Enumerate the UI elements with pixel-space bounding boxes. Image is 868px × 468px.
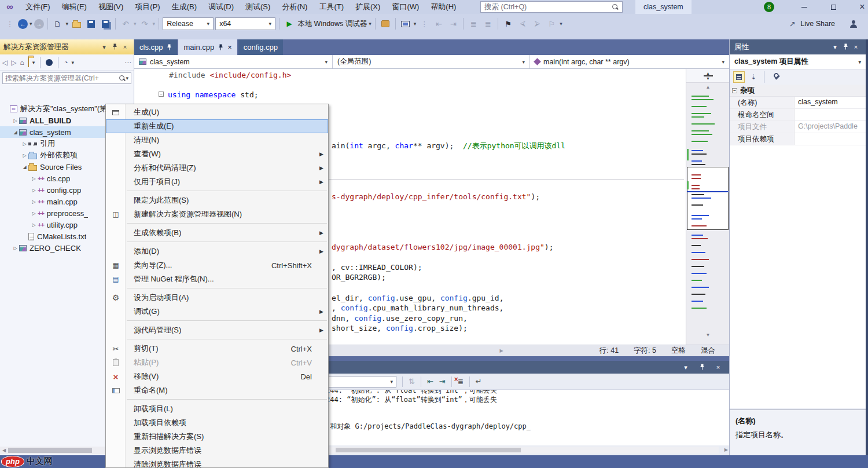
context-menu-item[interactable]: 调试(G)▶ [106, 305, 328, 319]
context-menu-item[interactable]: 重命名(M) [106, 383, 328, 397]
context-menu-item[interactable]: 卸载项目(L) [106, 402, 328, 416]
context-menu-item[interactable]: 仅用于项目(J)▶ [106, 175, 328, 189]
context-menu-item[interactable]: 查看(W)▶ [106, 147, 328, 161]
back-icon[interactable]: ◁ [2, 58, 8, 67]
context-menu-item[interactable]: 管理 NuGet 程序包(N)... [106, 272, 328, 286]
close-icon[interactable]: × [120, 43, 130, 50]
scrollbar-thumb[interactable] [8, 448, 92, 453]
indent-decrease-icon[interactable]: ⇤ [432, 17, 445, 31]
pin-icon[interactable] [697, 364, 707, 371]
context-menu-item[interactable]: 重新扫描解决方案(S) [106, 430, 328, 444]
open-file-button[interactable] [70, 17, 83, 31]
pending-changes-filter-icon[interactable]: ◔ [64, 58, 68, 67]
collapsed-arrow-icon[interactable]: ▷ [12, 246, 19, 251]
scroll-left-icon[interactable]: ◀ [0, 448, 8, 453]
pin-icon[interactable] [218, 44, 223, 50]
collapsed-arrow-icon[interactable]: ▷ [30, 199, 38, 204]
minimize-button[interactable] [792, 0, 817, 14]
close-icon[interactable]: × [851, 43, 861, 50]
alphabetical-sort-icon[interactable]: ⇣ [748, 73, 759, 81]
search-icon[interactable] [119, 75, 126, 82]
filter-dropdown-icon[interactable]: ▾ [72, 60, 75, 65]
live-share-icon[interactable]: ↗ [786, 17, 799, 31]
comment-icon[interactable]: ≣ [467, 17, 480, 31]
switch-views-dropdown-icon[interactable]: ▾ [32, 60, 35, 65]
next-message-icon[interactable]: ⇥ [439, 377, 446, 386]
pin-icon[interactable] [167, 44, 172, 50]
new-project-dropdown-icon[interactable]: ▾ [66, 21, 69, 27]
scroll-down-icon[interactable]: ▼ [722, 420, 727, 425]
menu-item-F[interactable]: 文件(F) [20, 0, 56, 14]
configuration-dropdown[interactable]: Release ▾ [163, 17, 214, 30]
navigate-back-button[interactable]: ← [18, 19, 28, 29]
context-menu-item[interactable]: 剪切(T)Ctrl+X [106, 342, 328, 356]
status-encoding[interactable]: 混合 [701, 346, 715, 356]
menu-item-V[interactable]: 视图(V) [93, 0, 129, 14]
profiler-dropdown-icon[interactable]: ▾ [414, 21, 417, 27]
expanded-arrow-icon[interactable]: ◢ [12, 130, 19, 135]
menu-item-E[interactable]: 编辑(E) [56, 0, 93, 14]
property-row[interactable]: (名称)clas_system [730, 97, 866, 109]
close-button[interactable]: × [849, 0, 868, 14]
collapsed-arrow-icon[interactable]: ▷ [30, 176, 38, 181]
property-category-row[interactable]: − 杂项 [730, 85, 866, 97]
menu-item-P[interactable]: 项目(P) [129, 0, 165, 14]
property-row[interactable]: 项目依赖项 [730, 133, 866, 145]
expanded-arrow-icon[interactable]: ◢ [21, 164, 28, 170]
menu-item-D[interactable]: 调试(D) [203, 0, 240, 14]
undo-dropdown-icon[interactable]: ▾ [134, 21, 137, 27]
save-all-button[interactable] [99, 17, 112, 31]
collapsed-arrow-icon[interactable]: ▷ [30, 222, 38, 228]
clear-all-icon[interactable]: ≣ [458, 378, 464, 386]
previous-bookmark-icon[interactable]: ⮘ [516, 17, 529, 31]
menu-item-H[interactable]: 帮助(H) [425, 0, 462, 14]
context-menu-item[interactable]: 新建解决方案资源管理器视图(N) [106, 207, 328, 221]
context-menu-item[interactable]: 生成(U) [106, 105, 328, 119]
account-badge[interactable]: 8 [764, 2, 774, 12]
collapsed-arrow-icon[interactable]: ▷ [21, 153, 28, 158]
redo-dropdown-icon[interactable]: ▾ [153, 21, 156, 27]
search-icon[interactable] [612, 3, 619, 10]
output-horizontal-scrollbar[interactable] [308, 447, 719, 454]
debug-target-dropdown-icon[interactable]: ▾ [369, 21, 372, 27]
context-menu-item[interactable]: 清理(N) [106, 133, 328, 147]
project-dropdown[interactable]: clas_system ▾ [134, 55, 333, 68]
context-menu-item[interactable]: 类向导(Z)...Ctrl+Shift+X [106, 258, 328, 272]
collapsed-arrow-icon[interactable]: ▷ [12, 118, 19, 123]
collapsed-arrow-icon[interactable]: ▷ [30, 188, 38, 193]
navigate-forward-button[interactable]: → [34, 19, 44, 29]
editor-split-handle[interactable]: ▲▼ [686, 69, 729, 83]
undo-button[interactable]: ↶ [119, 17, 132, 31]
context-menu-item[interactable]: 限定为此范围(S) [106, 193, 328, 207]
context-menu-item[interactable]: 粘贴(P)Ctrl+V [106, 356, 328, 370]
indent-increase-icon[interactable]: ⇥ [447, 17, 459, 31]
menu-item-B[interactable]: 生成(B) [166, 0, 203, 14]
scroll-down-icon[interactable]: ▼ [686, 332, 729, 338]
status-spaces[interactable]: 空格 [671, 346, 686, 356]
quick-search-box[interactable]: 搜索 (Ctrl+Q) [480, 1, 623, 13]
menu-item-W[interactable]: 窗口(W) [386, 0, 425, 14]
chevron-down-icon[interactable]: ▾ [830, 43, 840, 51]
chevron-down-icon[interactable]: ▾ [99, 43, 109, 51]
properties-title-bar[interactable]: 属性 ▾ × [730, 39, 866, 54]
context-menu-item[interactable]: 分析和代码清理(Z)▶ [106, 161, 328, 175]
scroll-right-icon[interactable]: ▶ [500, 348, 503, 353]
save-button[interactable] [84, 17, 97, 31]
message-filter-icon[interactable]: ⇅ [409, 377, 415, 386]
editor-tab-config-cpp[interactable]: config.cpp [238, 39, 283, 55]
start-debugging-icon[interactable]: ▶ [283, 17, 296, 31]
property-pages-wrench-icon[interactable] [773, 73, 781, 81]
live-share-label[interactable]: Live Share [800, 20, 835, 28]
bookmark-icon[interactable]: ⚑ [502, 17, 514, 31]
collapsed-arrow-icon[interactable]: ▷ [30, 211, 38, 216]
context-menu-item[interactable]: 设为启动项目(A) [106, 291, 328, 305]
property-row[interactable]: 项目文件G:\projects\Paddle [730, 121, 866, 133]
redo-button[interactable]: ↷ [138, 17, 151, 31]
context-menu-item[interactable]: 源代码管理(S)▶ [106, 323, 328, 337]
menu-item-N[interactable]: 分析(N) [276, 0, 313, 14]
menu-item-X[interactable]: 扩展(X) [350, 0, 386, 14]
context-menu-item[interactable]: 加载项目依赖项 [106, 416, 328, 430]
chevron-down-icon[interactable]: ▾ [681, 364, 691, 371]
close-icon[interactable]: × [713, 364, 723, 371]
feedback-person-icon[interactable] [847, 17, 860, 31]
